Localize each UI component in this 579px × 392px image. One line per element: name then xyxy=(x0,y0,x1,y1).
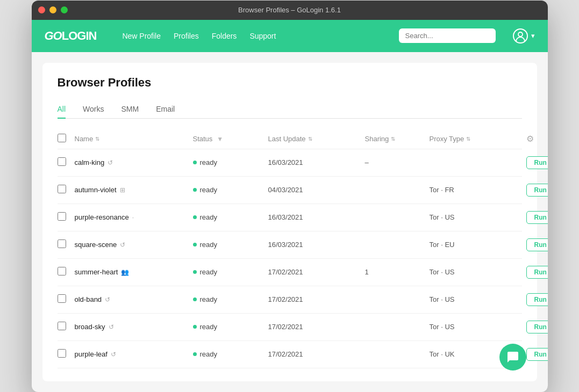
sharing-cell: 1 xyxy=(365,268,430,276)
user-menu[interactable]: ▾ xyxy=(513,28,535,43)
tab-all[interactable]: All xyxy=(58,100,66,119)
date-cell: 17/02/2021 xyxy=(268,295,365,303)
run-button[interactable]: Run xyxy=(526,321,548,333)
sort-proxy-icon[interactable]: ⇅ xyxy=(466,136,470,142)
profile-type-icon: ↺ xyxy=(108,159,113,166)
status-cell: ready xyxy=(193,350,268,358)
status-text: ready xyxy=(200,295,218,303)
close-button[interactable] xyxy=(38,6,45,13)
date-cell: 17/02/2021 xyxy=(268,268,365,276)
settings-icon[interactable]: ⚙ xyxy=(526,134,534,144)
profile-type-icon: ↺ xyxy=(111,351,116,358)
maximize-button[interactable] xyxy=(61,6,68,13)
row-checkbox[interactable] xyxy=(58,185,66,193)
sort-name-icon[interactable]: ⇅ xyxy=(95,136,99,142)
sort-date-icon[interactable]: ⇅ xyxy=(308,136,312,142)
run-button[interactable]: Run xyxy=(526,293,548,306)
nav-folders[interactable]: Folders xyxy=(212,32,237,40)
status-cell: ready xyxy=(193,158,268,166)
status-cell: ready xyxy=(193,295,268,303)
proxy-cell: Tor · US xyxy=(430,268,526,276)
tab-smm[interactable]: SMM xyxy=(121,100,139,119)
chat-button[interactable] xyxy=(499,344,526,371)
date-cell: 16/03/2021 xyxy=(268,241,365,249)
main-window: Browser Profiles – GoLogin 1.6.1 GOLOGIN… xyxy=(32,1,548,392)
profile-name-text: autumn-violet xyxy=(75,186,117,194)
row-checkbox-cell xyxy=(58,322,75,332)
profile-name: square-scene ↺ xyxy=(75,241,193,249)
status-dot xyxy=(193,243,197,246)
sharing-cell: – xyxy=(365,158,430,166)
row-checkbox-cell xyxy=(58,294,75,305)
table-row: old-band ↺ ready 17/02/2021 Tor · US Run… xyxy=(58,286,522,314)
chevron-down-icon: ▾ xyxy=(531,32,535,40)
status-dot xyxy=(193,297,197,301)
status-dot xyxy=(193,325,197,329)
profile-name: summer-heart 👥 xyxy=(75,268,193,276)
col-proxy-type: Proxy Type ⇅ xyxy=(430,135,526,143)
col-last-update: Last Update ⇅ xyxy=(268,135,365,143)
actions-cell: Run ⋮ xyxy=(526,320,548,334)
table-body: calm-king ↺ ready 16/03/2021 – Run ⋮ aut… xyxy=(58,149,522,368)
select-all-checkbox[interactable] xyxy=(58,134,66,142)
actions-cell: Run ⋮ xyxy=(526,265,548,279)
profile-type-icon: ↺ xyxy=(109,323,114,331)
row-checkbox-cell xyxy=(58,267,75,278)
row-checkbox[interactable] xyxy=(58,239,66,248)
date-cell: 04/03/2021 xyxy=(268,186,365,194)
logo: GOLOGIN xyxy=(45,29,97,43)
status-text: ready xyxy=(200,186,218,194)
header-checkbox-col xyxy=(58,134,75,144)
table-row: purple-resonance · ready 16/03/2021 Tor … xyxy=(58,204,522,231)
run-button[interactable]: Run xyxy=(526,238,548,251)
proxy-cell: Tor · FR xyxy=(430,186,526,194)
minimize-button[interactable] xyxy=(49,6,56,13)
nav-support[interactable]: Support xyxy=(249,32,276,40)
status-text: ready xyxy=(200,213,218,221)
date-cell: 17/02/2021 xyxy=(268,323,365,331)
profile-type-icon: ↺ xyxy=(105,296,110,303)
status-dot xyxy=(193,270,197,274)
row-checkbox[interactable] xyxy=(58,349,66,358)
tab-works[interactable]: Works xyxy=(83,100,104,119)
run-button[interactable]: Run xyxy=(526,348,548,361)
row-checkbox[interactable] xyxy=(58,267,66,275)
run-button[interactable]: Run xyxy=(526,266,548,279)
actions-cell: Run ⋮ xyxy=(526,183,548,197)
date-cell: 17/02/2021 xyxy=(268,350,365,358)
profile-name-text: old-band xyxy=(75,295,102,303)
row-checkbox-cell xyxy=(58,185,75,195)
profile-name: autumn-violet ⊞ xyxy=(75,186,193,194)
run-button[interactable]: Run xyxy=(526,184,548,197)
nav-new-profile[interactable]: New Profile xyxy=(122,32,161,40)
row-checkbox[interactable] xyxy=(58,322,66,330)
status-cell: ready xyxy=(193,323,268,331)
tab-email[interactable]: Email xyxy=(156,100,175,119)
logo-text: GOLOGIN xyxy=(45,29,97,43)
row-checkbox[interactable] xyxy=(58,294,66,303)
actions-cell: Run ⋮ xyxy=(526,210,548,224)
profile-type-icon: ⊞ xyxy=(120,186,125,194)
run-button[interactable]: Run xyxy=(526,211,548,224)
status-cell: ready xyxy=(193,268,268,276)
filter-status-icon[interactable]: ▼ xyxy=(217,135,223,143)
profile-name: purple-resonance · xyxy=(75,213,193,221)
actions-cell: Run ⋮ xyxy=(526,293,548,307)
actions-cell: Run ⋮ xyxy=(526,238,548,252)
sort-sharing-icon[interactable]: ⇅ xyxy=(391,136,395,142)
status-dot xyxy=(193,215,197,219)
row-checkbox-cell xyxy=(58,157,75,168)
status-text: ready xyxy=(200,268,218,276)
run-button[interactable]: Run xyxy=(526,156,548,169)
row-checkbox[interactable] xyxy=(58,157,66,166)
status-dot xyxy=(193,352,197,356)
col-status: Status ▼ xyxy=(193,135,268,143)
row-checkbox-cell xyxy=(58,349,75,360)
search-input[interactable] xyxy=(399,28,496,43)
proxy-cell: Tor · US xyxy=(430,295,526,303)
profile-name-text: broad-sky xyxy=(75,323,105,331)
nav-profiles[interactable]: Profiles xyxy=(174,32,199,40)
row-checkbox[interactable] xyxy=(58,212,66,221)
date-cell: 16/03/2021 xyxy=(268,158,365,166)
table-row: square-scene ↺ ready 16/03/2021 Tor · EU… xyxy=(58,231,522,259)
